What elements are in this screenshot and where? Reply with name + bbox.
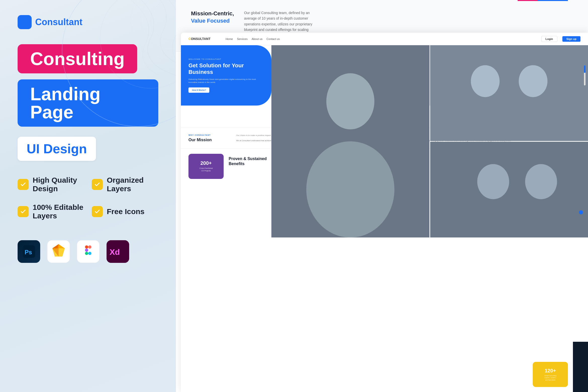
- feature-fi: Free Icons: [92, 203, 158, 220]
- mock-logo-dot: C: [188, 37, 191, 41]
- check-ol: [92, 179, 103, 190]
- stat-gc: 120+ Global ConsultingExperts, Leaders,a…: [533, 362, 568, 387]
- feature-fi-label: Free Icons: [107, 207, 144, 216]
- accent-line-blue: [538, 0, 568, 1]
- accent-line-pink: [518, 0, 538, 1]
- tool-photoshop: Ps: [18, 240, 40, 263]
- left-panel: Consultant Consulting Landing Page UI De…: [0, 0, 176, 392]
- ui-design-label: UI Design: [27, 141, 87, 156]
- stat-cx-label: Cross-FunctionalCX Projects: [200, 167, 213, 172]
- consulting-badge: Consulting: [18, 44, 137, 73]
- svg-point-24: [471, 65, 499, 97]
- hero-img-1: [271, 45, 429, 237]
- ui-design-badge: UI Design: [18, 137, 96, 161]
- mock-mission-title: Our Mission: [188, 138, 229, 142]
- tools-row: Ps: [18, 240, 158, 263]
- mock-logo: CONSULTANT: [188, 37, 211, 41]
- mock-navbar: CONSULTANT Home Services About us Contac…: [181, 33, 588, 45]
- svg-point-28: [525, 164, 557, 199]
- check-fi: [92, 206, 103, 217]
- blue-dot-indicator: [579, 210, 583, 214]
- scroll-thumb: [584, 65, 585, 73]
- nav-contact: Contact us: [267, 37, 280, 40]
- logo-area: Consultant: [18, 15, 158, 29]
- right-panel: Mission-Centric, Value Focused Our globa…: [176, 0, 588, 392]
- mock-welcome: WELCOME TO CONSULTANT: [188, 58, 264, 60]
- svg-point-21: [326, 73, 374, 129]
- features-grid: High Quality Design Organized Layers 100…: [18, 176, 158, 220]
- landing-badge: Landing Page: [18, 79, 158, 127]
- website-mockup: CONSULTANT Home Services About us Contac…: [181, 33, 588, 392]
- nav-services: Services: [237, 37, 248, 40]
- mock-nav-links: Home Services About us Contact us: [226, 37, 280, 40]
- stat-gc-number: 120+: [545, 368, 556, 374]
- mock-hero: WELCOME TO CONSULTANT Get Solution for Y…: [181, 45, 588, 106]
- svg-rect-16: [85, 252, 88, 255]
- mock-dark-panel: [573, 342, 588, 392]
- mock-mission-left: WHY CONSULTANT Our Mission: [188, 134, 229, 142]
- svg-text:Ps: Ps: [25, 249, 32, 256]
- svg-point-27: [477, 164, 509, 199]
- feature-hq-label: High Quality Design: [33, 176, 84, 193]
- feature-el-label: 100% Editable Layers: [33, 203, 84, 220]
- tool-sketch: [47, 240, 70, 263]
- check-el: [18, 206, 29, 217]
- svg-rect-12: [77, 240, 99, 263]
- tool-figma: [77, 240, 100, 263]
- nav-about: About us: [252, 37, 262, 40]
- mock-why-text: WHY CONSULTANT: [188, 134, 229, 136]
- hero-img-3: [430, 142, 588, 237]
- scroll-indicator: [584, 65, 585, 85]
- feature-el: 100% Editable Layers: [18, 203, 84, 220]
- svg-point-17: [88, 252, 91, 255]
- svg-rect-13: [85, 246, 88, 249]
- mock-login-button[interactable]: Login: [541, 36, 557, 42]
- feature-ol-label: Organized Layers: [107, 176, 158, 193]
- svg-text:Xd: Xd: [110, 248, 120, 257]
- svg-rect-14: [88, 246, 91, 249]
- mock-hero-desc: Delivering Ridiculously Good next-genera…: [188, 78, 264, 84]
- mock-hero-left: WELCOME TO CONSULTANT Get Solution for Y…: [181, 45, 271, 106]
- check-hq: [18, 179, 29, 190]
- logo-icon: [18, 15, 32, 29]
- consulting-label: Consulting: [30, 49, 125, 69]
- mission-title: Mission-Centric, Value Focused: [191, 10, 234, 24]
- stat-cx-number: 200+: [200, 160, 212, 166]
- svg-point-2: [131, 0, 176, 60]
- stat-cx: 200+ Cross-FunctionalCX Projects: [188, 154, 224, 179]
- svg-rect-23: [430, 45, 588, 141]
- nav-home: Home: [226, 37, 233, 40]
- mock-hero-images: [271, 45, 588, 106]
- mission-title-block: Mission-Centric, Value Focused: [191, 10, 234, 24]
- tool-xd: Xd: [107, 240, 129, 263]
- logo-text: Consultant: [35, 17, 82, 27]
- svg-rect-26: [430, 142, 588, 237]
- feature-ol: Organized Layers: [92, 176, 158, 193]
- svg-point-25: [519, 65, 547, 97]
- feature-hq: High Quality Design: [18, 176, 84, 193]
- svg-rect-15: [85, 249, 88, 252]
- hero-img-2: [430, 45, 588, 141]
- stat-gc-label: Global ConsultingExperts, Leaders,and Sp…: [544, 375, 556, 381]
- mock-hero-cta[interactable]: How It Works?: [188, 87, 209, 93]
- mock-signup-button[interactable]: Sign up: [562, 36, 580, 42]
- mock-hero-title: Get Solution for Your Business: [188, 62, 264, 76]
- svg-point-22: [306, 141, 395, 238]
- landing-label: Landing Page: [30, 84, 101, 122]
